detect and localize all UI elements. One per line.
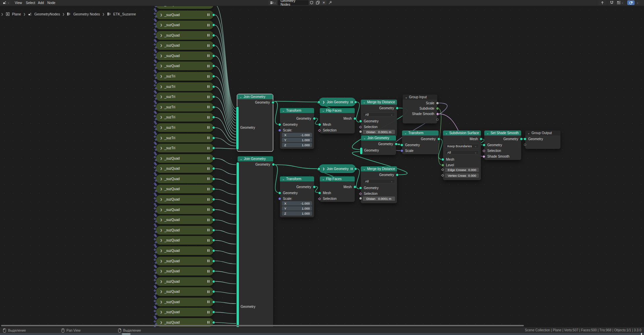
collapsed-node-suzQuad[interactable]: ❯_suzQuad: [156, 195, 214, 204]
node-merge-by-distance-2[interactable]: ⌄Merge by Distance Geometry All⌄ Geometr…: [361, 166, 397, 203]
geometry-output-socket[interactable]: [212, 178, 215, 180]
expand-chevron-icon[interactable]: ❯: [160, 136, 162, 139]
expand-chevron-icon[interactable]: ❯: [160, 187, 162, 190]
collapse-chevron-icon[interactable]: ⌄: [405, 96, 407, 99]
expand-chevron-icon[interactable]: ❯: [160, 208, 162, 211]
collapsed-node-suzQuad[interactable]: ❯_suzQuad: [156, 287, 214, 296]
breadcrumb-modifier[interactable]: GeometryNodes: [34, 12, 60, 16]
geometry-output-socket[interactable]: [212, 280, 215, 283]
fake-user-button[interactable]: [309, 0, 315, 5]
tree-name-field[interactable]: Geometry Nodes: [278, 0, 309, 5]
mesh-output-socket[interactable]: [480, 138, 482, 140]
collapsed-node-suzQuad[interactable]: ❯_suzQuad: [156, 174, 214, 183]
geometry-output-socket[interactable]: [212, 321, 215, 324]
collapsed-node-suzQuad[interactable]: ❯_suzQuad: [156, 154, 214, 163]
collapsed-node-suzQuad[interactable]: ❯_suzQuad: [156, 41, 214, 50]
collapse-chevron-icon[interactable]: ⌄: [487, 132, 489, 135]
expand-chevron-icon[interactable]: ❯: [160, 290, 162, 293]
mode-dropdown[interactable]: All⌄: [363, 112, 395, 117]
node-flip-faces-2[interactable]: ⌄Flip Faces Mesh Mesh Selection: [320, 176, 355, 202]
geometry-output-socket[interactable]: [212, 137, 215, 139]
scale-input-socket[interactable]: [401, 150, 403, 152]
expand-chevron-icon[interactable]: ❯: [160, 23, 162, 26]
geometry-output-socket[interactable]: [212, 157, 215, 160]
expand-chevron-icon[interactable]: ❯: [160, 147, 162, 150]
geometry-output-socket[interactable]: [212, 301, 215, 303]
menu-node[interactable]: Node: [47, 0, 55, 6]
multi-input-socket[interactable]: [318, 101, 320, 103]
node-join-geometry-collapsed-2[interactable]: ❯ Join Geometry: [319, 164, 356, 173]
distance-field[interactable]: Distan0.0001 m: [363, 197, 395, 201]
geometry-output-socket[interactable]: [212, 14, 215, 16]
multi-input-socket[interactable]: [236, 107, 239, 150]
geometry-output-socket[interactable]: [212, 260, 215, 262]
vector-input-socket[interactable]: [279, 198, 281, 200]
node-header[interactable]: ⌄Flip Faces: [320, 108, 355, 113]
geometry-output-socket[interactable]: [313, 117, 315, 120]
collapsed-node-suzQuad[interactable]: ❯_suzQuad: [156, 277, 214, 286]
collapse-chevron-icon[interactable]: ⌄: [240, 96, 242, 99]
geometry-output-socket[interactable]: [396, 107, 398, 109]
node-header[interactable]: ⌄Join Geometry: [238, 156, 273, 161]
breadcrumb-node-tree[interactable]: Geometry Nodes: [73, 12, 100, 16]
snap-toggle-button[interactable]: [608, 0, 615, 5]
collapse-chevron-icon[interactable]: ⌄: [445, 132, 448, 135]
menu-select[interactable]: Select: [26, 0, 35, 6]
collapsed-node-suzQuad[interactable]: ❯_suzQuad: [156, 297, 214, 306]
collapsed-node-suzQuad[interactable]: ❯_suzQuad: [156, 184, 214, 193]
node-subdivision-surface[interactable]: ⌄Subdivision Surface Mesh Keep Boundarie…: [443, 130, 481, 180]
expand-chevron-icon[interactable]: ❯: [160, 260, 162, 263]
expand-chevron-icon[interactable]: ❯: [160, 300, 162, 303]
node-header[interactable]: ⌄Set Shade Smooth: [484, 130, 521, 135]
expand-chevron-icon[interactable]: ❯: [323, 101, 325, 104]
expand-chevron-icon[interactable]: ❯: [160, 167, 162, 170]
geometry-output-socket[interactable]: [212, 126, 215, 129]
collapsed-node-suzQuad[interactable]: ❯_suzQuad: [156, 236, 214, 245]
mode-dropdown[interactable]: All⌄: [363, 179, 395, 183]
boundary-dropdown[interactable]: Keep Boundaries⌄: [445, 144, 479, 148]
geometry-output-socket[interactable]: [354, 101, 357, 103]
expand-chevron-icon[interactable]: ❯: [160, 249, 162, 252]
collapsed-node-suzQuad[interactable]: ❯_suzQuad: [156, 267, 214, 276]
breadcrumb-node-group[interactable]: ETK_Suzanne: [113, 12, 136, 16]
expand-chevron-icon[interactable]: ❯: [160, 75, 162, 78]
collapsed-node-suzTri[interactable]: ❯_suzTri: [156, 123, 214, 132]
node-transform-1[interactable]: ⌄Transform Geometry Geometry Scale: X-1.…: [280, 108, 314, 149]
vector-input-socket[interactable]: [279, 129, 281, 131]
geometry-input-socket[interactable]: [401, 144, 403, 146]
geometry-input-socket[interactable]: [524, 138, 526, 140]
geometry-output-socket[interactable]: [212, 86, 215, 88]
expand-chevron-icon[interactable]: ❯: [160, 106, 162, 109]
breadcrumb-object[interactable]: Plane: [12, 12, 21, 16]
vertex-crease-field[interactable]: Vertex Creas0.000: [445, 173, 479, 178]
collapse-chevron-icon[interactable]: ⌄: [363, 101, 365, 104]
geometry-input-socket[interactable]: [483, 144, 485, 146]
node-header[interactable]: ⌄Merge by Distance: [361, 100, 397, 105]
parent-tree-button[interactable]: [598, 0, 606, 5]
node-flip-faces-1[interactable]: ⌄Flip Faces Mesh Mesh Selection: [320, 108, 355, 133]
menu-add[interactable]: Add: [38, 0, 44, 6]
tree-browse-button[interactable]: ⌄: [268, 0, 278, 5]
collapse-chevron-icon[interactable]: ⌄: [363, 168, 365, 171]
distance-input-socket[interactable]: [359, 130, 362, 133]
editor-type-selector[interactable]: ⌄: [1, 0, 11, 5]
virtual-socket[interactable]: [524, 144, 526, 146]
expand-chevron-icon[interactable]: ❯: [160, 321, 162, 324]
geometry-output-socket[interactable]: [520, 138, 523, 140]
expand-chevron-icon[interactable]: ❯: [160, 270, 162, 273]
collapse-chevron-icon[interactable]: ⌄: [363, 137, 366, 140]
menu-view[interactable]: View: [15, 0, 22, 6]
expand-chevron-icon[interactable]: ❯: [160, 311, 162, 314]
collapsed-node-suzTri[interactable]: ❯_suzTri: [156, 92, 214, 101]
collapsed-node-suzQuad[interactable]: ❯_suzQuad: [156, 246, 214, 255]
node-header[interactable]: ⌄Transform: [280, 108, 314, 113]
collapsed-node-suzTri[interactable]: ❯_suzTri: [156, 144, 214, 153]
collapsed-node-suzQuad[interactable]: ❯_suzQuad: [156, 308, 214, 317]
geometry-input-socket[interactable]: [359, 120, 362, 122]
collapsed-node-suzTri[interactable]: ❯_suzTri: [156, 72, 214, 81]
distance-input-socket[interactable]: [359, 197, 362, 200]
expand-chevron-icon[interactable]: ❯: [160, 239, 162, 242]
geometry-output-socket[interactable]: [272, 101, 274, 104]
collapsed-node-suzQuad[interactable]: ❯_suzQuad: [156, 51, 214, 60]
collapse-chevron-icon[interactable]: ⌄: [322, 109, 325, 112]
